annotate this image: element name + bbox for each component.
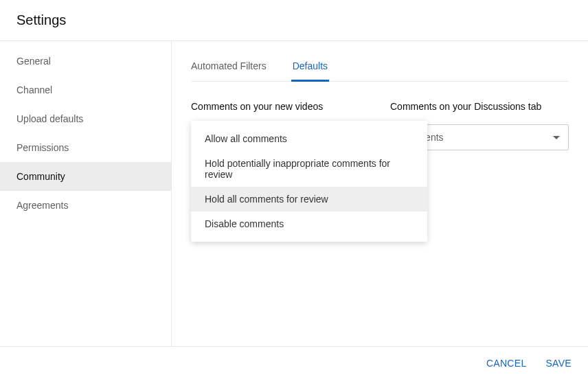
footer: CANCEL SAVE [0, 346, 588, 379]
chevron-down-icon [553, 136, 560, 139]
cancel-button[interactable]: CANCEL [486, 358, 527, 369]
settings-header: Settings [0, 0, 588, 41]
dropdown-option-allow-all[interactable]: Allow all comments [191, 126, 427, 151]
new-videos-label: Comments on your new videos [191, 101, 370, 112]
dropdown-option-hold-all[interactable]: Hold all comments for review [191, 187, 427, 211]
save-button[interactable]: SAVE [545, 358, 572, 369]
sidebar: General Channel Upload defaults Permissi… [0, 41, 172, 347]
tab-defaults[interactable]: Defaults [293, 55, 328, 81]
tabs: Automated Filters Defaults [191, 41, 569, 82]
sidebar-item-upload-defaults[interactable]: Upload defaults [0, 104, 171, 133]
sidebar-item-permissions[interactable]: Permissions [0, 133, 171, 162]
body: General Channel Upload defaults Permissi… [0, 41, 588, 347]
tab-automated-filters[interactable]: Automated Filters [191, 55, 267, 81]
page-title: Settings [16, 12, 572, 28]
new-videos-dropdown-menu: Allow all comments Hold potentially inap… [191, 121, 427, 242]
sidebar-item-channel[interactable]: Channel [0, 76, 171, 104]
sidebar-item-general[interactable]: General [0, 47, 171, 76]
sidebar-item-agreements[interactable]: Agreements [0, 191, 171, 220]
dropdown-option-hold-inappropriate[interactable]: Hold potentially inappropriate comments … [191, 151, 427, 187]
sidebar-item-community[interactable]: Community [0, 162, 171, 191]
main-panel: Automated Filters Defaults Comments on y… [172, 41, 588, 347]
discussions-label: Comments on your Discussions tab [390, 101, 569, 112]
dropdown-option-disable[interactable]: Disable comments [191, 211, 427, 236]
